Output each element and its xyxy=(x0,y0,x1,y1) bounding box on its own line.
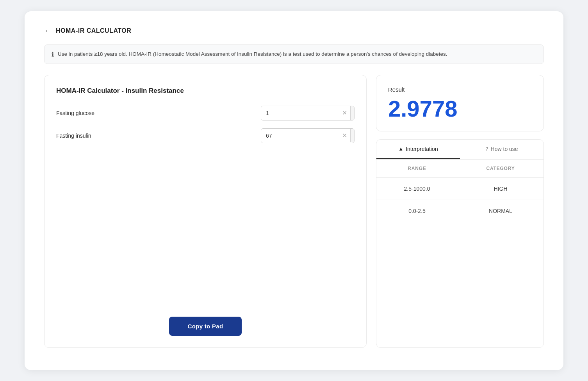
tab-how-to-use[interactable]: ? How to use xyxy=(460,140,543,159)
right-panel: Result 2.9778 ▲ Interpretation ? How to … xyxy=(376,75,544,348)
fasting-glucose-row: Fasting glucose ✕ mmol/L xyxy=(56,106,355,121)
copy-to-pad-button[interactable]: Copy to Pad xyxy=(169,317,242,336)
form-fields: Fasting glucose ✕ mmol/L Fasting insulin… xyxy=(56,106,355,143)
tabs: ▲ Interpretation ? How to use xyxy=(376,140,543,159)
left-panel: HOMA-IR Calculator - Insulin Resistance … xyxy=(44,75,367,348)
app-container: ← HOMA-IR CALCULATOR ℹ Use in patients ≥… xyxy=(25,11,563,370)
result-value: 2.9778 xyxy=(388,97,532,120)
back-button[interactable]: ← xyxy=(44,27,51,35)
content-grid: HOMA-IR Calculator - Insulin Resistance … xyxy=(44,75,544,348)
info-icon: ℹ xyxy=(52,51,54,58)
category-cell-normal: NORMAL xyxy=(458,200,543,222)
range-column-header: RANGE xyxy=(376,159,458,178)
page-title: HOMA-IR CALCULATOR xyxy=(56,27,131,34)
fasting-glucose-clear-button[interactable]: ✕ xyxy=(339,109,350,117)
fasting-insulin-clear-button[interactable]: ✕ xyxy=(339,132,350,139)
fasting-glucose-unit: mmol/L xyxy=(350,106,355,120)
fasting-insulin-unit: mU/L xyxy=(350,129,355,142)
category-column-header: CATEGORY xyxy=(458,159,543,178)
fasting-insulin-row: Fasting insulin ✕ mU/L xyxy=(56,128,355,143)
result-label: Result xyxy=(388,86,532,93)
fasting-insulin-input-group: ✕ mU/L xyxy=(261,128,355,143)
interpretation-table: RANGE CATEGORY 2.5-1000.0 HIGH 0.0-2.5 xyxy=(376,159,543,222)
calculator-title: HOMA-IR Calculator - Insulin Resistance xyxy=(56,87,355,95)
info-banner: ℹ Use in patients ≥18 years old. HOMA-IR… xyxy=(44,44,544,64)
interpretation-tab-icon: ▲ xyxy=(398,146,403,152)
how-to-use-tab-icon: ? xyxy=(485,146,488,152)
table-wrapper: RANGE CATEGORY 2.5-1000.0 HIGH 0.0-2.5 xyxy=(376,159,543,222)
range-cell-normal: 0.0-2.5 xyxy=(376,200,458,222)
fasting-glucose-input[interactable] xyxy=(261,106,339,120)
table-row: 2.5-1000.0 HIGH xyxy=(376,177,543,200)
how-to-use-tab-label: How to use xyxy=(491,146,518,152)
fasting-glucose-label: Fasting glucose xyxy=(56,110,94,116)
copy-btn-wrapper: Copy to Pad xyxy=(56,305,355,336)
fasting-glucose-input-group: ✕ mmol/L xyxy=(261,106,355,121)
fasting-insulin-label: Fasting insulin xyxy=(56,133,91,139)
tab-interpretation[interactable]: ▲ Interpretation xyxy=(376,140,460,159)
range-cell-high: 2.5-1000.0 xyxy=(376,177,458,200)
interpretation-tab-label: Interpretation xyxy=(406,146,438,152)
fasting-insulin-input[interactable] xyxy=(261,129,339,143)
result-card: Result 2.9778 xyxy=(376,75,544,131)
header: ← HOMA-IR CALCULATOR xyxy=(44,27,544,35)
table-row: 0.0-2.5 NORMAL xyxy=(376,200,543,222)
category-cell-high: HIGH xyxy=(458,177,543,200)
info-text: Use in patients ≥18 years old. HOMA-IR (… xyxy=(58,50,447,58)
interpretation-card: ▲ Interpretation ? How to use RANGE xyxy=(376,139,544,348)
